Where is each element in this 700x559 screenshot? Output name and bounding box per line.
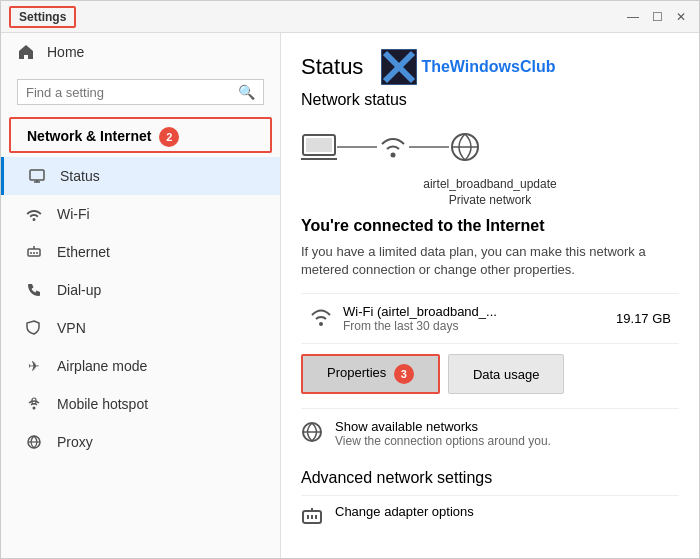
wifi-since: From the last 30 days: [343, 319, 497, 333]
sidebar-item-hotspot[interactable]: Mobile hotspot: [1, 385, 280, 423]
status-icon: [28, 167, 46, 185]
search-input[interactable]: [26, 85, 232, 100]
sidebar-item-home[interactable]: Home: [1, 33, 280, 71]
net-line-1: [337, 146, 377, 148]
data-usage-button[interactable]: Data usage: [448, 354, 565, 394]
hotspot-label: Mobile hotspot: [57, 396, 148, 412]
titlebar: Settings — ☐ ✕: [1, 1, 699, 33]
svg-point-8: [33, 407, 36, 410]
wifi-diagram-icon: [377, 133, 409, 161]
airplane-icon: ✈: [25, 357, 43, 375]
sidebar: Home 🔍 Network & Internet 2: [1, 33, 281, 558]
connected-text: You're connected to the Internet: [301, 217, 679, 235]
ethernet-label: Ethernet: [57, 244, 110, 260]
sidebar-item-wifi[interactable]: Wi-Fi: [1, 195, 280, 233]
page-title: Status: [301, 54, 363, 80]
action-buttons: Properties 3 Data usage: [301, 354, 679, 394]
laptop-icon: [301, 133, 337, 161]
globe-icon: [449, 131, 481, 163]
network-diagram: [301, 123, 679, 171]
window-title: Settings: [9, 6, 76, 28]
wifi-details: Wi-Fi (airtel_broadband_... From the las…: [343, 304, 497, 333]
wifi-name: Wi-Fi (airtel_broadband_...: [343, 304, 497, 319]
network-ssid: airtel_broadband_update: [301, 177, 679, 191]
hotspot-icon: [25, 395, 43, 413]
properties-badge: 3: [394, 364, 414, 384]
search-box[interactable]: 🔍: [17, 79, 264, 105]
airplane-label: Airplane mode: [57, 358, 147, 374]
svg-rect-17: [306, 138, 332, 152]
main-header: Status TheWindowsClub: [301, 49, 679, 85]
brand-icon: [381, 49, 417, 85]
advanced-title: Advanced network settings: [301, 469, 679, 487]
vpn-icon: [25, 319, 43, 337]
adapter-icon: [301, 506, 323, 534]
svg-rect-0: [30, 170, 44, 180]
vpn-label: VPN: [57, 320, 86, 336]
svg-point-19: [391, 153, 396, 158]
networks-icon: [301, 421, 323, 449]
category-label: Network & Internet 2: [9, 117, 272, 153]
wifi-signal-icon: [309, 307, 333, 331]
wifi-connection-row: Wi-Fi (airtel_broadband_... From the las…: [301, 293, 679, 344]
change-adapter-text: Change adapter options: [335, 504, 474, 519]
network-type: Private network: [301, 193, 679, 207]
home-label: Home: [47, 44, 84, 60]
sidebar-item-airplane[interactable]: ✈ Airplane mode: [1, 347, 280, 385]
status-label: Status: [60, 168, 100, 184]
settings-window: Settings — ☐ ✕ Home 🔍: [0, 0, 700, 559]
svg-point-22: [319, 322, 323, 326]
show-networks-text: Show available networks View the connect…: [335, 419, 551, 448]
brand-name-text: TheWindowsClub: [421, 58, 555, 76]
sidebar-item-status[interactable]: Status: [1, 157, 280, 195]
window-controls: — ☐ ✕: [623, 7, 691, 27]
brand-logo: TheWindowsClub: [381, 49, 555, 85]
wifi-label: Wi-Fi: [57, 206, 90, 222]
wifi-icon: [25, 205, 43, 223]
maximize-button[interactable]: ☐: [647, 7, 667, 27]
show-networks-row[interactable]: Show available networks View the connect…: [301, 408, 679, 459]
show-networks-title: Show available networks: [335, 419, 551, 434]
ethernet-icon: [25, 243, 43, 261]
connected-sub: If you have a limited data plan, you can…: [301, 243, 679, 279]
section-title: Network status: [301, 91, 679, 109]
wifi-info: Wi-Fi (airtel_broadband_... From the las…: [309, 304, 497, 333]
proxy-icon: [25, 433, 43, 451]
content-area: Home 🔍 Network & Internet 2: [1, 33, 699, 558]
properties-button[interactable]: Properties 3: [301, 354, 440, 394]
home-icon: [17, 43, 35, 61]
sidebar-item-ethernet[interactable]: Ethernet: [1, 233, 280, 271]
show-networks-sub: View the connection options around you.: [335, 434, 551, 448]
search-icon: 🔍: [238, 84, 255, 100]
main-content: Status TheWindowsClub Network status: [281, 33, 699, 558]
sidebar-item-vpn[interactable]: VPN: [1, 309, 280, 347]
wifi-usage: 19.17 GB: [616, 311, 671, 326]
proxy-label: Proxy: [57, 434, 93, 450]
change-adapter-title: Change adapter options: [335, 504, 474, 519]
minimize-button[interactable]: —: [623, 7, 643, 27]
dialup-icon: [25, 281, 43, 299]
dialup-label: Dial-up: [57, 282, 101, 298]
change-adapter-row[interactable]: Change adapter options: [301, 495, 679, 542]
sidebar-item-dialup[interactable]: Dial-up: [1, 271, 280, 309]
close-button[interactable]: ✕: [671, 7, 691, 27]
net-line-2: [409, 146, 449, 148]
sidebar-item-proxy[interactable]: Proxy: [1, 423, 280, 461]
category-badge: 2: [159, 127, 179, 147]
